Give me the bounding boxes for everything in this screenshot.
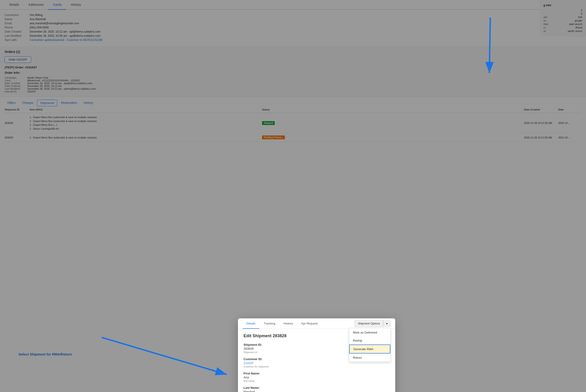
- shipment-options-button[interactable]: Shipment Options: [354, 320, 383, 327]
- dropdown-item-return[interactable]: Return: [349, 354, 390, 362]
- field-label-last-name: Last Name:: [244, 386, 390, 390]
- dropdown-item-reship[interactable]: Reship: [349, 336, 390, 344]
- modal-tabs: Details Tracking History Api Request Shi…: [238, 318, 395, 329]
- shipment-options-caret[interactable]: ▼: [383, 320, 391, 327]
- modal-tab-api-request[interactable]: Api Request: [298, 318, 321, 329]
- field-hint-customer-id: customer for shipment: [244, 365, 390, 368]
- shipment-modal: Select Shipment Options Details Tracking…: [238, 318, 395, 392]
- field-value-first-name: Ana: [244, 376, 390, 379]
- modal-tab-details[interactable]: Details: [243, 318, 259, 329]
- shipment-options-group: Shipment Options ▼ Mark as Delivered Res…: [354, 320, 391, 327]
- field-hint-first-name: first name: [244, 380, 390, 382]
- shipment-options-dropdown: Mark as Delivered Reship Generate RMA Re…: [349, 328, 391, 362]
- dropdown-item-mark-delivered[interactable]: Mark as Delivered: [349, 328, 390, 336]
- field-label-first-name: First Name:: [244, 372, 390, 375]
- dropdown-item-generate-rma[interactable]: Generate RMA: [349, 344, 390, 354]
- modal-tab-history[interactable]: History: [280, 318, 296, 329]
- modal-tab-tracking[interactable]: Tracking: [260, 318, 279, 329]
- field-first-name: First Name: Ana first name: [244, 372, 390, 382]
- field-value-last-name: Marshall: [244, 390, 390, 392]
- field-last-name: Last Name: Marshall last name: [244, 386, 390, 392]
